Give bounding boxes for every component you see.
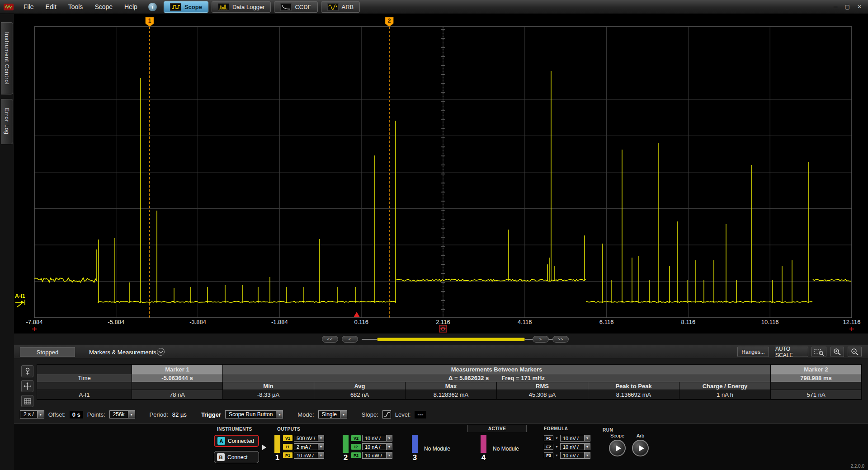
- tab-data-logger[interactable]: Data Logger: [212, 1, 271, 13]
- offset-field[interactable]: 0 s: [70, 411, 83, 418]
- timebase-scale-value: 2 s /: [20, 411, 37, 418]
- marker1-header[interactable]: Marker 1: [132, 365, 223, 374]
- outputs-section-label: OUTPUTS: [277, 427, 300, 432]
- channel-2-number: 2: [344, 453, 348, 462]
- chevron-down-icon[interactable]: ▼: [555, 454, 559, 457]
- info-icon[interactable]: i: [148, 3, 157, 11]
- ranges-button[interactable]: Ranges...: [737, 347, 769, 357]
- minimize-button[interactable]: ─: [834, 4, 838, 10]
- time-row-label: Time: [37, 374, 132, 382]
- v2-scale-dropdown[interactable]: 10 nV /▼: [362, 435, 392, 442]
- close-button[interactable]: ✕: [857, 4, 862, 10]
- f1-scale-dropdown[interactable]: 10 nV /▼: [560, 435, 590, 442]
- instrument-a-button[interactable]: A Connected: [214, 435, 259, 447]
- instrument-a-state: Connected: [228, 438, 254, 444]
- timebase-controls: 2 s / ▼ Offset: 0 s Points: 256k ▼ Perio…: [20, 409, 426, 420]
- channel-2-color-bar: [343, 435, 349, 453]
- run-arb-label: Arb: [637, 433, 644, 438]
- p1-scale-dropdown[interactable]: 10 nW /▼: [294, 452, 324, 459]
- play-icon: [616, 445, 621, 451]
- sidebar-tab-instrument-control[interactable]: Instrument Control: [1, 22, 13, 94]
- chevron-down-icon: ▼: [340, 411, 347, 418]
- i1-scale-dropdown[interactable]: 2 mA /▼: [294, 443, 324, 450]
- table-view-button[interactable]: [21, 395, 33, 407]
- channel-3-color-bar: [412, 435, 418, 453]
- level-field[interactable]: ---: [415, 411, 426, 418]
- scroll-right-button[interactable]: >: [533, 336, 549, 343]
- instrument-b-button[interactable]: B Connect: [214, 451, 259, 463]
- offset-label: Offset:: [48, 411, 66, 418]
- slope-button[interactable]: [382, 410, 391, 418]
- maximize-button[interactable]: ▢: [845, 4, 850, 10]
- tab-scope[interactable]: Scope: [164, 1, 208, 13]
- chevron-down-icon: ▼: [584, 435, 590, 441]
- marker2-time-value: 798.988 ms: [771, 374, 862, 382]
- tab-arb[interactable]: ARB: [321, 1, 360, 13]
- arb-run-button[interactable]: [632, 440, 649, 456]
- channel-3-module-status: No Module: [424, 446, 450, 452]
- i2-scale-dropdown[interactable]: 10 nA /▼: [362, 443, 392, 450]
- p2-scale-value: 10 nW /: [363, 452, 386, 458]
- scroll-far-left-button[interactable]: <<: [322, 336, 338, 343]
- menu-scope[interactable]: Scope: [89, 0, 118, 14]
- active-tab[interactable]: ACTIVE: [467, 425, 527, 432]
- horizontal-scroll-row: << < > >>: [14, 334, 868, 345]
- menu-edit[interactable]: Edit: [40, 0, 62, 14]
- marker2-header[interactable]: Marker 2: [771, 365, 862, 374]
- f2-scale-dropdown[interactable]: 10 nV /▼: [560, 443, 590, 450]
- zoom-in-button[interactable]: [830, 347, 844, 357]
- empty-cell: [37, 382, 132, 390]
- marker-1-flag-label: 1: [148, 18, 151, 24]
- v1-scale-dropdown[interactable]: 500 nV /▼: [294, 435, 324, 442]
- box-zoom-button[interactable]: [811, 347, 826, 357]
- chevron-down-icon[interactable]: ▼: [555, 445, 559, 448]
- panel-collapse-button[interactable]: [157, 348, 165, 356]
- mode-tabs: Scope Data Logger CCDF ARB: [164, 1, 360, 13]
- chevron-down-icon: ▼: [386, 452, 392, 458]
- scope-run-button[interactable]: [609, 440, 626, 456]
- instrument-b-state: Connect: [227, 454, 248, 461]
- autoscale-button[interactable]: AUTO SCALE: [775, 347, 808, 357]
- sidebar-tab-error-log[interactable]: Error Log: [1, 99, 13, 144]
- x-axis-label: 12.116: [843, 319, 861, 325]
- chevron-down-icon: ▼: [318, 435, 324, 441]
- channel-1-number: 1: [275, 453, 279, 462]
- tab-ccdf[interactable]: CCDF: [274, 1, 317, 13]
- scope-display[interactable]: 12-7.884-5.884-3.884-1.8840.1162.1164.11…: [0, 0, 868, 343]
- ccdf-curve-icon: [280, 3, 292, 11]
- empty-cell: [132, 382, 223, 390]
- chevron-down-icon: ▼: [37, 411, 44, 418]
- trigger-mode-dropdown[interactable]: Single ▼: [318, 410, 347, 418]
- menu-file[interactable]: File: [18, 0, 40, 14]
- points-dropdown[interactable]: 256k ▼: [109, 410, 135, 418]
- menu-help[interactable]: Help: [118, 0, 143, 14]
- trigger-source-value: Scope Run Button: [226, 411, 276, 418]
- instrument-a-badge: A: [217, 437, 225, 445]
- instruments-expand-arrow-icon[interactable]: [262, 445, 266, 450]
- waveform-trace: [813, 279, 851, 281]
- peak-to-peak-value: 8.136692 mA: [588, 390, 679, 400]
- p2-scale-dropdown[interactable]: 10 nW /▼: [362, 452, 392, 459]
- marker-2-flag-label: 2: [388, 18, 391, 24]
- trigger-position-marker[interactable]: [354, 312, 360, 317]
- freq-value: Freq = 171 mHz: [501, 375, 545, 381]
- scrollbar-thumb[interactable]: [377, 338, 525, 341]
- play-icon: [639, 445, 644, 451]
- timebase-scale-dropdown[interactable]: 2 s / ▼: [20, 410, 44, 418]
- chevron-down-icon[interactable]: ▼: [555, 437, 559, 440]
- x-axis-label: 8.116: [681, 319, 696, 325]
- f3-scale-dropdown[interactable]: 10 nV /▼: [560, 452, 590, 459]
- scroll-far-right-button[interactable]: >>: [552, 336, 569, 343]
- table-corner-cell: [37, 365, 132, 374]
- trigger-source-dropdown[interactable]: Scope Run Button ▼: [225, 410, 283, 418]
- x-axis-label: 6.116: [599, 319, 614, 325]
- pan-tool-button[interactable]: [21, 380, 33, 392]
- zoom-out-button[interactable]: [848, 347, 862, 357]
- probe-tool-button[interactable]: [21, 365, 33, 377]
- tab-scope-label: Scope: [184, 4, 202, 10]
- x-axis-label: -7.884: [26, 319, 43, 325]
- scroll-left-button[interactable]: <: [342, 336, 358, 343]
- app-window: File Edit Tools Scope Help i Scope Data …: [0, 0, 868, 470]
- menu-tools[interactable]: Tools: [62, 0, 89, 14]
- channel-indicator[interactable]: A-I1: [15, 293, 28, 310]
